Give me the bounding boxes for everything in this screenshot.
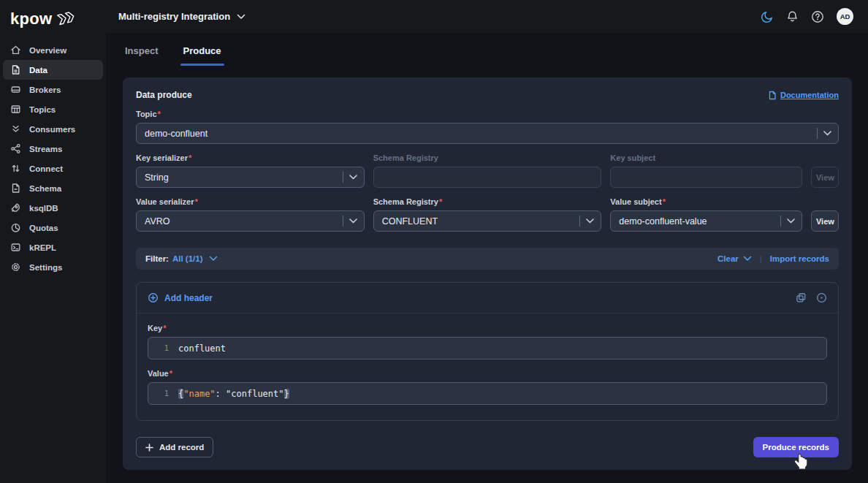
add-header-button[interactable]: Add header bbox=[148, 292, 213, 303]
sidebar: kpow Overview Data Brokers Topics Consum… bbox=[0, 0, 106, 483]
key-subject-label: Key subject bbox=[610, 153, 839, 162]
sidebar-item-consumers[interactable]: Consumers bbox=[3, 119, 103, 139]
environment-selector[interactable]: Multi-registry Integration bbox=[118, 11, 245, 22]
streams-icon bbox=[10, 143, 21, 154]
schema-registry-key-label: Schema Registry bbox=[373, 153, 602, 162]
value-serializer-row: Value serializer* AVRO Schema Registry* … bbox=[136, 188, 839, 232]
schema-registry-label: Schema Registry* bbox=[373, 197, 602, 206]
topbar-icons: AD bbox=[761, 8, 853, 25]
select-separator bbox=[817, 128, 818, 139]
key-subject-input bbox=[610, 167, 802, 188]
key-subject-cell: Key subject View bbox=[610, 144, 839, 188]
clear-button[interactable]: Clear bbox=[717, 254, 752, 263]
sidebar-item-label: Streams bbox=[29, 145, 62, 153]
tab-produce[interactable]: Produce bbox=[183, 45, 221, 66]
help-icon[interactable] bbox=[811, 10, 824, 23]
sidebar-item-overview[interactable]: Overview bbox=[3, 40, 103, 60]
sidebar-item-settings[interactable]: Settings bbox=[3, 257, 103, 277]
value-subject-select[interactable]: demo-confluent-value bbox=[610, 210, 802, 232]
notifications-bell-icon[interactable] bbox=[786, 10, 799, 23]
key-serializer-cell: Key serializer* String bbox=[136, 144, 365, 188]
panel-header: Data produce Documentation bbox=[136, 77, 839, 100]
sidebar-item-brokers[interactable]: Brokers bbox=[3, 80, 103, 99]
add-record-button[interactable]: Add record bbox=[136, 437, 213, 457]
sidebar-item-streams[interactable]: Streams bbox=[3, 139, 103, 159]
line-number: 1 bbox=[148, 389, 169, 398]
filter-value[interactable]: All (1/1) bbox=[172, 254, 203, 263]
panel-footer: Add record Produce records bbox=[136, 437, 839, 457]
required-asterisk: * bbox=[163, 324, 166, 332]
sidebar-item-label: Schema bbox=[29, 184, 61, 193]
home-icon bbox=[10, 45, 21, 56]
data-file-icon bbox=[10, 64, 21, 75]
topic-value: demo-confluent bbox=[145, 129, 817, 139]
key-editor-label: Key* bbox=[148, 324, 827, 332]
schema-registry-key-input bbox=[373, 167, 602, 188]
dark-mode-moon-icon[interactable] bbox=[761, 10, 774, 23]
documentation-link[interactable]: Documentation bbox=[768, 91, 839, 100]
duplicate-record-icon[interactable] bbox=[796, 292, 807, 303]
sidebar-item-quotas[interactable]: Quotas bbox=[3, 218, 103, 237]
sidebar-item-label: Overview bbox=[29, 46, 66, 55]
value-code-editor[interactable]: 1 {"name": "confluent"} bbox=[148, 382, 827, 405]
logo-chevrons-icon bbox=[56, 9, 77, 26]
topic-select[interactable]: demo-confluent bbox=[136, 123, 839, 144]
key-code: confluent bbox=[178, 343, 226, 354]
schema-registry-select[interactable]: CONFLUENT bbox=[373, 210, 602, 232]
required-asterisk: * bbox=[663, 197, 666, 206]
brokers-icon bbox=[10, 84, 21, 95]
select-separator bbox=[343, 172, 343, 183]
user-avatar[interactable]: AD bbox=[837, 8, 853, 25]
import-records-button[interactable]: Import records bbox=[770, 254, 829, 263]
tab-bar: Inspect Produce bbox=[106, 33, 868, 66]
sidebar-item-ksqldb[interactable]: ksqlDB bbox=[3, 198, 103, 218]
tab-inspect[interactable]: Inspect bbox=[125, 45, 159, 66]
required-asterisk: * bbox=[195, 197, 198, 206]
line-number: 1 bbox=[148, 343, 169, 353]
avatar-initials: AD bbox=[840, 12, 850, 20]
sidebar-item-label: Topics bbox=[29, 105, 56, 114]
ksqldb-icon bbox=[10, 202, 21, 213]
record-card-header: Add header bbox=[137, 283, 838, 313]
sidebar-item-label: Settings bbox=[29, 263, 62, 272]
consumers-icon bbox=[10, 123, 21, 134]
sidebar-item-krepl[interactable]: kREPL bbox=[3, 237, 103, 257]
sidebar-nav: Overview Data Brokers Topics Consumers S… bbox=[0, 40, 106, 277]
key-serializer-label: Key serializer* bbox=[136, 153, 365, 162]
value-subject-cell: Value subject* demo-confluent-value View bbox=[610, 188, 839, 232]
settings-icon bbox=[10, 262, 21, 273]
chevron-down-icon bbox=[349, 218, 357, 224]
sidebar-item-schema[interactable]: Schema bbox=[3, 178, 103, 198]
sidebar-item-topics[interactable]: Topics bbox=[3, 99, 103, 119]
record-actions bbox=[796, 292, 827, 303]
kpow-logo: kpow bbox=[0, 0, 106, 36]
filter-chevron-down-icon[interactable] bbox=[209, 256, 218, 262]
value-editor-label: Value* bbox=[148, 369, 827, 378]
required-asterisk: * bbox=[439, 197, 442, 206]
sidebar-item-connect[interactable]: Connect bbox=[3, 159, 103, 178]
schema-registry-key-cell: Schema Registry bbox=[373, 144, 602, 188]
value-serializer-label: Value serializer* bbox=[136, 197, 365, 206]
filter-bar: Filter: All (1/1) Clear | Import records bbox=[136, 248, 839, 270]
remove-record-icon[interactable] bbox=[816, 292, 827, 303]
value-subject-label: Value subject* bbox=[610, 197, 839, 206]
value-serializer-select[interactable]: AVRO bbox=[136, 210, 365, 232]
chevron-down-icon bbox=[237, 14, 245, 20]
chevron-down-icon bbox=[743, 256, 752, 262]
select-separator bbox=[780, 216, 781, 227]
value-code: {"name": "confluent"} bbox=[178, 389, 289, 399]
connect-icon bbox=[10, 163, 21, 174]
select-separator bbox=[343, 216, 343, 227]
value-subject-view-button[interactable]: View bbox=[811, 210, 839, 232]
produce-records-button[interactable]: Produce records bbox=[753, 437, 839, 457]
main-content: Inspect Produce Data produce Documentati… bbox=[106, 33, 868, 483]
key-serializer-select[interactable]: String bbox=[136, 167, 365, 188]
panel-title: Data produce bbox=[136, 90, 192, 100]
chevron-down-icon bbox=[823, 131, 831, 136]
key-code-editor[interactable]: 1 confluent bbox=[148, 337, 827, 360]
sidebar-item-data[interactable]: Data bbox=[3, 60, 103, 80]
filter-actions: Clear | Import records bbox=[717, 254, 829, 263]
schema-registry-value: CONFLUENT bbox=[382, 216, 580, 227]
tab-underline-active bbox=[180, 64, 224, 66]
record-body: Key* 1 confluent Value* 1 {"name": "conf… bbox=[137, 313, 838, 420]
